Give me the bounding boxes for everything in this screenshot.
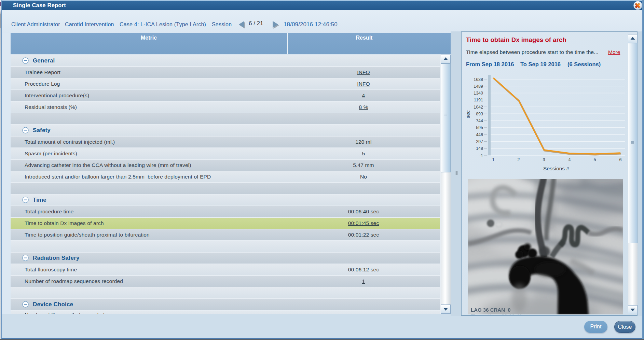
- svg-text:744: 744: [476, 118, 483, 123]
- svg-text:Sessions #: Sessions #: [543, 166, 569, 171]
- svg-text:1489: 1489: [474, 84, 483, 89]
- svg-text:-1: -1: [479, 153, 483, 158]
- svg-text:446: 446: [476, 132, 483, 137]
- svg-text:893: 893: [476, 112, 483, 116]
- svg-text:1042: 1042: [474, 105, 483, 110]
- svg-text:148: 148: [476, 146, 483, 151]
- svg-text:5: 5: [594, 157, 596, 162]
- svg-text:4: 4: [568, 157, 571, 162]
- svg-text:1638: 1638: [474, 77, 483, 82]
- svg-text:3: 3: [543, 157, 545, 162]
- svg-text:2: 2: [518, 157, 520, 162]
- svg-text:1340: 1340: [474, 91, 483, 96]
- svg-text:sec: sec: [465, 110, 471, 118]
- svg-text:297: 297: [476, 139, 483, 144]
- svg-text:1191: 1191: [474, 98, 483, 102]
- svg-text:LAO 36 CRAN 0: LAO 36 CRAN 0: [471, 307, 511, 313]
- svg-text:1: 1: [492, 157, 495, 162]
- svg-text:Fluoro time 00:06:40: Fluoro time 00:06:40: [471, 313, 522, 314]
- svg-text:6: 6: [619, 157, 622, 162]
- svg-text:595: 595: [476, 125, 483, 130]
